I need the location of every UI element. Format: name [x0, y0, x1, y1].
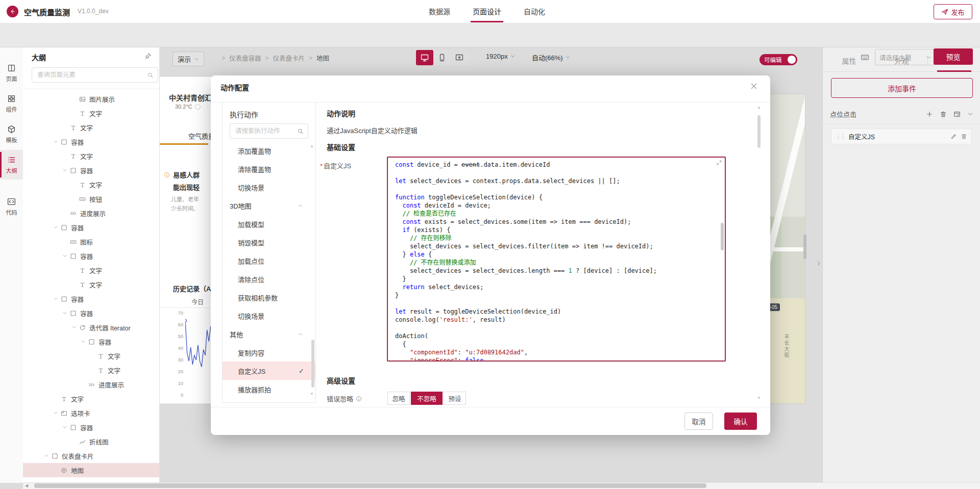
tree-node-7[interactable]: 按钮 — [23, 192, 159, 206]
chevron-up-icon[interactable] — [298, 331, 303, 337]
caret-down-icon[interactable] — [61, 311, 69, 316]
caret-down-icon[interactable] — [79, 339, 87, 344]
action-item-0[interactable]: 添加覆盖物 — [223, 141, 315, 160]
publish-button[interactable]: 发布 — [934, 4, 972, 19]
editor-scrollbar[interactable] — [721, 223, 724, 250]
tree-node-25[interactable]: 仪表盘卡片 — [23, 449, 159, 463]
error-option-1[interactable]: 不忽略 — [411, 392, 443, 405]
collapse-icon[interactable] — [953, 111, 961, 118]
tree-node-6[interactable]: 文字 — [23, 177, 159, 192]
tree-node-21[interactable]: 文字 — [23, 392, 159, 406]
confirm-button[interactable]: 确认 — [724, 413, 757, 430]
caret-down-icon[interactable] — [52, 296, 60, 301]
action-item-9[interactable]: 切换场景 — [223, 306, 315, 325]
scroll-up-icon[interactable]: ▲ — [757, 105, 761, 110]
device-desktop-button[interactable] — [416, 50, 433, 65]
breadcrumb-item-current[interactable]: 地图 — [316, 53, 329, 63]
trash-icon[interactable] — [940, 111, 947, 118]
keyboard-icon[interactable] — [861, 53, 869, 62]
tree-node-18[interactable]: 文字 — [23, 349, 159, 363]
trash-icon[interactable] — [961, 133, 967, 140]
expand-icon[interactable] — [716, 160, 722, 166]
caret-down-icon[interactable] — [42, 453, 51, 458]
canvas-zoom-dropdown[interactable]: 自动(66%) — [532, 53, 571, 62]
caret-down-icon[interactable] — [52, 139, 60, 144]
code-content[interactable]: const device_id = event.data.item.device… — [395, 161, 657, 362]
tree-node-2[interactable]: 文字 — [23, 120, 159, 135]
action-item-2[interactable]: 切换场景 — [223, 178, 315, 196]
error-option-0[interactable]: 忽略 — [387, 392, 410, 405]
caret-down-icon[interactable] — [70, 325, 78, 330]
back-button[interactable] — [7, 6, 18, 17]
action-item-12[interactable]: 自定义JS✓ — [223, 362, 315, 380]
tree-node-20[interactable]: 进度展示 — [23, 377, 159, 392]
today-tab[interactable]: 今日 — [191, 297, 204, 306]
header-tab-2[interactable]: 自动化 — [524, 0, 545, 22]
tree-node-24[interactable]: 折线图 — [23, 434, 159, 449]
action-group-header[interactable]: 3D地图 — [223, 196, 315, 215]
tree-node-0[interactable]: 图片展示 — [23, 92, 159, 106]
tree-node-selected[interactable]: 地图 — [23, 463, 159, 477]
breadcrumb-item[interactable]: 仪表盘容器 — [229, 53, 261, 63]
caret-down-icon[interactable] — [61, 425, 69, 430]
caret-down-icon[interactable] — [52, 225, 60, 230]
tree-node-11[interactable]: 容器 — [23, 249, 159, 263]
edit-icon[interactable] — [950, 133, 957, 140]
drag-handle-icon[interactable]: ⋮⋮ — [836, 133, 845, 140]
rail-item-3[interactable]: 大纲 — [0, 150, 23, 179]
action-search-input[interactable] — [234, 127, 287, 135]
action-item-8[interactable]: 获取相机参数 — [223, 288, 315, 306]
breadcrumb-item[interactable]: 仪表盘卡片 — [273, 53, 305, 63]
pin-icon[interactable] — [144, 53, 152, 60]
action-item-4[interactable]: 加载模型 — [223, 215, 315, 233]
rail-item-1[interactable]: 组件 — [0, 89, 23, 118]
preview-button[interactable]: 预览 — [934, 48, 973, 65]
outline-search-input[interactable] — [36, 71, 147, 79]
action-group-header[interactable]: 其他 — [223, 325, 315, 343]
chevron-right-icon[interactable] — [816, 260, 822, 267]
tree-node-8[interactable]: 进度展示 — [23, 206, 159, 220]
tree-node-19[interactable]: 文字 — [23, 363, 159, 377]
tree-node-3[interactable]: 容器 — [23, 135, 159, 149]
caret-down-icon[interactable] — [61, 253, 69, 259]
scroll-down-icon[interactable]: ▼ — [310, 392, 314, 396]
tree-node-15[interactable]: 容器 — [23, 306, 159, 320]
header-tab-0[interactable]: 数据源 — [429, 0, 450, 22]
caret-down-icon[interactable] — [52, 410, 60, 416]
chevron-up-icon[interactable] — [298, 203, 303, 209]
tree-node-23[interactable]: 容器 — [23, 420, 159, 434]
header-tab-1[interactable]: 页面设计 — [473, 0, 501, 22]
action-list-scrollbar[interactable] — [311, 340, 314, 388]
tree-node-4[interactable]: 文字 — [23, 149, 159, 163]
theme-select[interactable]: 请选择主题 — [875, 49, 936, 65]
device-phone-button[interactable] — [433, 50, 451, 65]
tree-node-5[interactable]: 容器 — [23, 163, 159, 177]
canvas-width-dropdown[interactable]: 1920px — [486, 53, 516, 60]
code-editor[interactable]: const device_id = event.data.item.device… — [387, 157, 726, 362]
action-item-5[interactable]: 销毁模型 — [223, 233, 315, 251]
action-item-6[interactable]: 加载点位 — [223, 251, 315, 270]
tree-node-16[interactable]: 迭代器 Iterator — [23, 320, 159, 334]
rail-item-0[interactable]: 页面 — [0, 58, 23, 88]
rail-item-2[interactable]: 模板 — [0, 119, 23, 149]
action-item-7[interactable]: 清除点位 — [223, 270, 315, 288]
tree-node-1[interactable]: 文字 — [23, 106, 159, 120]
event-action-item[interactable]: ⋮⋮ 自定义JS — [831, 128, 972, 144]
chevron-down-icon[interactable] — [967, 111, 973, 118]
cancel-button[interactable]: 取消 — [684, 413, 713, 430]
tree-node-9[interactable]: 容器 — [23, 220, 159, 235]
horizontal-scrollbar-thumb[interactable] — [34, 483, 706, 488]
modal-body-scrollbar[interactable] — [757, 115, 761, 148]
action-item-13[interactable]: 播放器抓拍 — [223, 380, 315, 398]
action-item-1[interactable]: 清除覆盖物 — [223, 160, 315, 178]
caret-down-icon[interactable] — [61, 168, 69, 173]
add-event-button[interactable]: 添加事件 — [831, 78, 973, 98]
action-item-11[interactable]: 复制内容 — [223, 343, 315, 362]
plus-icon[interactable] — [926, 111, 933, 118]
tree-node-10[interactable]: 图标 — [23, 235, 159, 249]
error-option-2[interactable]: 预设 — [444, 392, 466, 405]
tree-node-13[interactable]: 文字 — [23, 277, 159, 292]
tree-node-12[interactable]: 文字 — [23, 263, 159, 277]
canvas-vertical-scrollbar[interactable] — [803, 235, 806, 259]
editable-toggle[interactable]: 可编辑 — [760, 54, 797, 65]
